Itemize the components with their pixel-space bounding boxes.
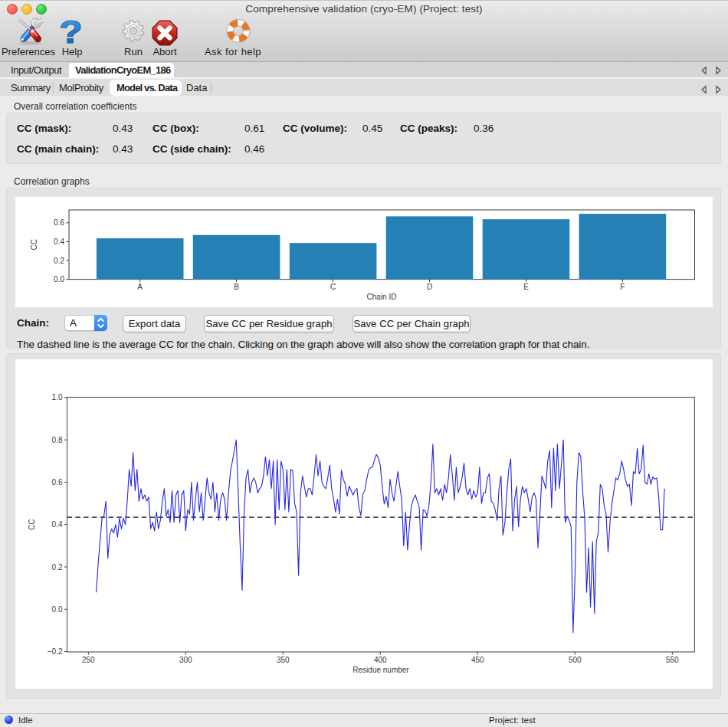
svg-text:0.8: 0.8 [52,436,63,444]
svg-text:A: A [137,283,143,291]
svg-text:400: 400 [374,656,387,664]
svg-text:0.0: 0.0 [52,605,63,614]
svg-text:C: C [330,283,336,291]
svg-text:300: 300 [179,656,192,664]
svg-text:0.6: 0.6 [52,478,63,486]
svg-text:Chain ID: Chain ID [367,293,397,301]
svg-text:250: 250 [82,656,95,664]
svg-text:500: 500 [569,656,582,664]
svg-text:450: 450 [471,656,484,664]
svg-text:0.2: 0.2 [52,563,63,571]
svg-text:B: B [234,283,239,291]
svg-text:−0.2: −0.2 [48,647,63,656]
svg-text:?: ? [59,18,82,49]
svg-text:0.4: 0.4 [52,520,63,529]
svg-text:350: 350 [277,656,290,664]
svg-text:CC: CC [28,519,36,530]
svg-text:0.4: 0.4 [54,237,64,246]
svg-text:0.0: 0.0 [54,275,64,283]
svg-text:CC: CC [30,239,38,250]
svg-text:E: E [523,283,529,291]
svg-text:0.6: 0.6 [54,218,64,227]
svg-text:F: F [620,283,625,291]
svg-text:D: D [427,283,432,291]
svg-text:Residue number: Residue number [353,666,409,674]
svg-text:0.2: 0.2 [54,257,64,265]
svg-text:1.0: 1.0 [52,393,63,401]
svg-text:550: 550 [666,656,679,664]
